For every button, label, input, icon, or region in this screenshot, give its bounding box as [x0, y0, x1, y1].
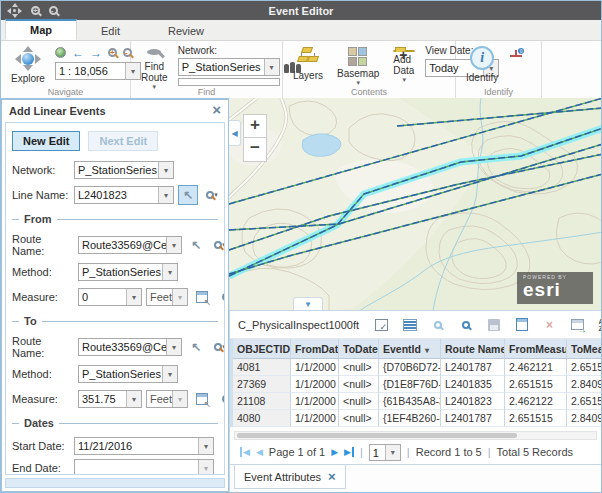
- close-icon[interactable]: [328, 469, 336, 484]
- map-area[interactable]: + − POWERED BY esri: [229, 98, 601, 311]
- list-icon: [403, 319, 417, 331]
- from-select-route-button[interactable]: [186, 235, 206, 255]
- add-data-button[interactable]: Add Data: [389, 44, 419, 86]
- map-zoom-out-button[interactable]: −: [243, 138, 267, 162]
- explore-button[interactable]: Explore: [7, 44, 49, 86]
- scale-combobox[interactable]: 1 : 18,056: [55, 62, 141, 80]
- event-editor-window: + - Event Editor Map Edit Review Explore…: [0, 0, 602, 493]
- field-calculator-button[interactable]: [514, 317, 529, 332]
- chevron-down-icon[interactable]: [385, 445, 400, 460]
- column-header-sorted[interactable]: EventId: [379, 339, 441, 359]
- start-date-combobox[interactable]: 11/21/2016: [74, 437, 214, 455]
- zoom-to-selected-button[interactable]: [430, 317, 445, 332]
- last-page-button[interactable]: [344, 447, 354, 457]
- new-edit-button[interactable]: New Edit: [12, 131, 80, 151]
- map-zoom-in-button[interactable]: +: [243, 114, 267, 138]
- to-zoom-to-route-button[interactable]: [210, 337, 225, 357]
- network-combobox[interactable]: P_StationSeries: [74, 161, 174, 179]
- chevron-down-icon[interactable]: [162, 264, 177, 280]
- chevron-down-icon[interactable]: [264, 59, 279, 75]
- horizontal-scrollbar[interactable]: [234, 431, 597, 440]
- next-extent-icon[interactable]: →: [90, 48, 102, 58]
- full-extent-icon[interactable]: [55, 47, 66, 58]
- table-row[interactable]: 273691/1/2000<null>{D1E8F76D-FL24018352.…: [233, 376, 601, 393]
- chevron-down-icon[interactable]: [158, 187, 173, 203]
- attribute-grid: OBJECTID FromDate ToDate EventId Route N…: [230, 339, 601, 427]
- to-measure-combobox[interactable]: 351.75: [78, 390, 142, 408]
- chevron-down-icon[interactable]: [162, 366, 177, 382]
- table-row[interactable]: 40801/1/2000<null>{1EF4B260-FL24017872.6…: [233, 410, 601, 427]
- layers-button[interactable]: Layers: [289, 44, 327, 86]
- magnifier-icon: [214, 343, 222, 351]
- chevron-down-icon[interactable]: [198, 460, 213, 475]
- chevron-down-icon[interactable]: [172, 289, 187, 305]
- chevron-down-icon[interactable]: [166, 237, 181, 253]
- column-header[interactable]: OBJECTID: [233, 339, 291, 359]
- from-pick-measure-button[interactable]: [192, 287, 212, 307]
- table-row[interactable]: 211081/1/2000<null>{61B435A8-3L24018232.…: [233, 393, 601, 410]
- ribbon-group-navigate: Explore ← → + - 1 : 18,056 Navigate: [1, 41, 131, 98]
- to-unit-combobox[interactable]: Feet: [146, 390, 188, 408]
- table-row[interactable]: 40811/1/2000<null>{D70B6D72-3L24017872.4…: [233, 359, 601, 376]
- basemap-button[interactable]: Basemap: [333, 44, 383, 86]
- from-unit-combobox[interactable]: Feet: [146, 288, 188, 306]
- chevron-down-icon[interactable]: [126, 289, 141, 305]
- find-route-input[interactable]: [178, 78, 280, 86]
- select-records-button[interactable]: [374, 317, 389, 332]
- to-method-combobox[interactable]: P_StationSeries: [78, 365, 178, 383]
- select-line-on-map-button[interactable]: [178, 185, 198, 205]
- tab-edit[interactable]: Edit: [77, 22, 144, 40]
- from-measure-combobox[interactable]: 0: [78, 288, 142, 306]
- from-route-name-combobox[interactable]: Route33569@Centr: [78, 236, 182, 254]
- column-header[interactable]: FromDate: [291, 339, 339, 359]
- end-date-combobox[interactable]: [74, 459, 214, 475]
- chevron-down-icon[interactable]: [198, 438, 213, 454]
- column-header[interactable]: FromMeasure: [505, 339, 567, 359]
- collapse-panel-arrow[interactable]: [229, 120, 241, 146]
- bottom-tab-strip: Event Attributes: [230, 464, 601, 492]
- identify-button[interactable]: i Identify: [462, 44, 502, 86]
- to-route-name-combobox[interactable]: Route33569@Centr: [78, 338, 182, 356]
- chevron-down-icon[interactable]: [126, 391, 141, 407]
- attribute-table-panel: C_PhysicalInspect1000ft AZ [→] OBJECTID: [229, 311, 601, 492]
- to-pick-measure-button[interactable]: [192, 389, 212, 409]
- column-header[interactable]: Route Name: [441, 339, 505, 359]
- page-number-combobox[interactable]: 1: [369, 444, 401, 461]
- to-select-route-button[interactable]: [186, 337, 206, 357]
- show-selected-button[interactable]: [402, 317, 417, 332]
- next-page-button[interactable]: [331, 447, 338, 457]
- previous-page-button[interactable]: [256, 447, 263, 457]
- line-name-combobox[interactable]: L2401823: [74, 186, 174, 204]
- from-zoom-to-route-button[interactable]: [210, 235, 225, 255]
- scrollbar-thumb[interactable]: [237, 433, 517, 438]
- chevron-down-icon[interactable]: [172, 391, 187, 407]
- column-header[interactable]: ToMeasure: [567, 339, 601, 359]
- route-location-icon[interactable]: 0: [510, 48, 524, 62]
- pan-to-selected-button[interactable]: [458, 317, 473, 332]
- find-network-combobox[interactable]: P_StationSeries: [178, 58, 280, 76]
- sort-button[interactable]: AZ: [598, 317, 602, 332]
- tab-map[interactable]: Map: [5, 19, 77, 40]
- close-icon[interactable]: [212, 104, 221, 118]
- tab-review[interactable]: Review: [144, 22, 228, 40]
- first-page-button[interactable]: [240, 447, 250, 457]
- dates-section-divider: Dates: [12, 417, 218, 429]
- export-table-button[interactable]: [570, 317, 585, 332]
- from-zoom-to-measure-button[interactable]: [216, 287, 225, 307]
- delete-records-button[interactable]: [542, 317, 557, 332]
- collapse-table-arrow[interactable]: [293, 297, 323, 310]
- to-zoom-to-measure-button[interactable]: [216, 389, 225, 409]
- save-edits-button[interactable]: [486, 317, 501, 332]
- previous-extent-icon[interactable]: ←: [72, 48, 84, 58]
- chevron-down-icon[interactable]: [158, 162, 173, 178]
- from-method-combobox[interactable]: P_StationSeries: [78, 263, 178, 281]
- chevron-down-icon[interactable]: [166, 339, 181, 355]
- esri-attribution: POWERED BY esri: [517, 272, 593, 304]
- zoom-to-line-button[interactable]: [202, 185, 222, 205]
- fixed-zoom-in-icon[interactable]: +: [108, 48, 117, 57]
- table-export-icon: [571, 319, 584, 330]
- column-header[interactable]: ToDate: [339, 339, 379, 359]
- find-route-button[interactable]: Find Route: [137, 44, 172, 86]
- tab-event-attributes[interactable]: Event Attributes: [234, 465, 346, 489]
- next-edit-button[interactable]: Next Edit: [88, 131, 158, 151]
